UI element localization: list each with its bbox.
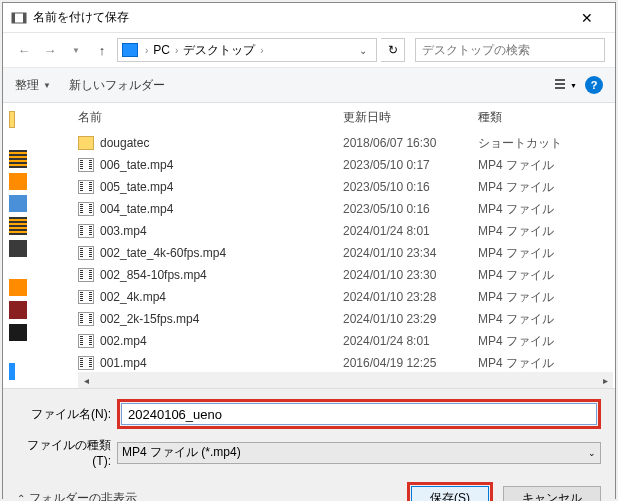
file-row[interactable]: 003.mp42024/01/24 8:01MP4 ファイル <box>78 220 615 242</box>
file-date: 2024/01/10 23:28 <box>343 290 478 304</box>
svg-rect-5 <box>555 87 565 89</box>
up-button[interactable]: ↑ <box>91 39 113 61</box>
file-row[interactable]: 002_2k-15fps.mp42024/01/10 23:29MP4 ファイル <box>78 308 615 330</box>
file-type: MP4 ファイル <box>478 333 588 350</box>
svg-rect-2 <box>23 13 26 23</box>
recent-dropdown[interactable]: ▼ <box>65 39 87 61</box>
file-name: 001.mp4 <box>100 356 147 370</box>
file-name: 004_tate.mp4 <box>100 202 173 216</box>
column-headers: 名前 更新日時 種類 <box>78 103 615 132</box>
app-icon <box>11 10 27 26</box>
file-date: 2024/01/10 23:34 <box>343 246 478 260</box>
file-name: 002_tate_4k-60fps.mp4 <box>100 246 226 260</box>
search-input[interactable] <box>416 43 604 57</box>
video-file-icon <box>78 180 94 194</box>
col-date[interactable]: 更新日時 <box>343 109 478 126</box>
file-name: 005_tate.mp4 <box>100 180 173 194</box>
file-type: MP4 ファイル <box>478 245 588 262</box>
video-file-icon <box>78 312 94 326</box>
organize-button[interactable]: 整理 <box>15 77 39 94</box>
file-name: 002_854-10fps.mp4 <box>100 268 207 282</box>
breadcrumb-pc[interactable]: PC <box>153 43 170 57</box>
file-date: 2024/01/10 23:30 <box>343 268 478 282</box>
file-type: MP4 ファイル <box>478 355 588 372</box>
sidebar-item[interactable] <box>9 150 27 167</box>
file-row[interactable]: 006_tate.mp42023/05/10 0:17MP4 ファイル <box>78 154 615 176</box>
sidebar-item[interactable] <box>9 363 15 380</box>
file-date: 2023/05/10 0:17 <box>343 158 478 172</box>
dialog-title: 名前を付けて保存 <box>33 9 567 26</box>
file-name: 002_2k-15fps.mp4 <box>100 312 199 326</box>
breadcrumb[interactable]: › PC › デスクトップ › ⌄ <box>117 38 377 62</box>
sidebar-item[interactable] <box>9 240 27 257</box>
search-box[interactable] <box>415 38 605 62</box>
file-list[interactable]: 名前 更新日時 種類 dougatec2018/06/07 16:30ショートカ… <box>48 103 615 388</box>
chevron-down-icon: ⌄ <box>588 448 596 458</box>
filename-input[interactable] <box>121 403 597 425</box>
file-row[interactable]: 002_tate_4k-60fps.mp42024/01/10 23:34MP4… <box>78 242 615 264</box>
back-button[interactable]: ← <box>13 39 35 61</box>
file-date: 2018/06/07 16:30 <box>343 136 478 150</box>
filetype-select[interactable]: MP4 ファイル (*.mp4) ⌄ <box>117 442 601 464</box>
breadcrumb-folder[interactable]: デスクトップ <box>183 42 255 59</box>
folder-icon <box>78 136 94 150</box>
file-row[interactable]: 001.mp42016/04/19 12:25MP4 ファイル <box>78 352 615 374</box>
scroll-left-icon[interactable]: ◂ <box>78 375 94 386</box>
video-file-icon <box>78 202 94 216</box>
toolbar: 整理 ▼ 新しいフォルダー ▼ ? <box>3 67 615 103</box>
file-row[interactable]: 002_854-10fps.mp42024/01/10 23:30MP4 ファイ… <box>78 264 615 286</box>
nav-row: ← → ▼ ↑ › PC › デスクトップ › ⌄ ↻ <box>3 33 615 67</box>
close-button[interactable]: ✕ <box>567 4 607 32</box>
chevron-right-icon: › <box>257 45 266 56</box>
horizontal-scrollbar[interactable]: ◂ ▸ <box>78 372 613 388</box>
file-row[interactable]: dougatec2018/06/07 16:30ショートカット <box>78 132 615 154</box>
new-folder-button[interactable]: 新しいフォルダー <box>69 77 165 94</box>
refresh-button[interactable]: ↻ <box>381 38 405 62</box>
video-file-icon <box>78 246 94 260</box>
file-row[interactable]: 005_tate.mp42023/05/10 0:16MP4 ファイル <box>78 176 615 198</box>
svg-rect-4 <box>555 83 565 85</box>
file-row[interactable]: 002.mp42024/01/24 8:01MP4 ファイル <box>78 330 615 352</box>
col-type[interactable]: 種類 <box>478 109 588 126</box>
sidebar-item[interactable] <box>9 324 27 341</box>
pc-icon <box>122 43 138 57</box>
forward-button[interactable]: → <box>39 39 61 61</box>
sidebar-item[interactable] <box>9 301 27 318</box>
view-options-button[interactable]: ▼ <box>555 74 577 96</box>
sidebar-item[interactable] <box>9 111 15 128</box>
scroll-right-icon[interactable]: ▸ <box>597 375 613 386</box>
file-date: 2023/05/10 0:16 <box>343 202 478 216</box>
file-name: dougatec <box>100 136 149 150</box>
sidebar-item[interactable] <box>9 173 27 190</box>
file-row[interactable]: 002_4k.mp42024/01/10 23:28MP4 ファイル <box>78 286 615 308</box>
file-type: MP4 ファイル <box>478 311 588 328</box>
filetype-label: ファイルの種類(T): <box>17 437 117 468</box>
video-file-icon <box>78 224 94 238</box>
save-highlight: 保存(S) ➤ <box>407 482 493 501</box>
help-button[interactable]: ? <box>585 76 603 94</box>
filetype-value: MP4 ファイル (*.mp4) <box>122 444 241 461</box>
video-file-icon <box>78 290 94 304</box>
file-row[interactable]: 004_tate.mp42023/05/10 0:16MP4 ファイル <box>78 198 615 220</box>
file-name: 002_4k.mp4 <box>100 290 166 304</box>
video-file-icon <box>78 158 94 172</box>
col-name[interactable]: 名前 <box>78 109 343 126</box>
hide-folders-toggle[interactable]: ⌃ フォルダーの非表示 <box>17 490 137 502</box>
file-date: 2023/05/10 0:16 <box>343 180 478 194</box>
sidebar-item[interactable] <box>9 279 27 296</box>
filename-highlight <box>117 399 601 429</box>
path-dropdown[interactable]: ⌄ <box>354 45 372 56</box>
chevron-down-icon: ▼ <box>43 81 51 90</box>
sidebar <box>3 103 48 388</box>
sidebar-item[interactable] <box>9 195 27 212</box>
titlebar: 名前を付けて保存 ✕ <box>3 3 615 33</box>
svg-rect-1 <box>12 13 15 23</box>
cancel-button[interactable]: キャンセル <box>503 486 601 501</box>
save-button[interactable]: 保存(S) <box>411 486 489 501</box>
save-dialog: 名前を付けて保存 ✕ ← → ▼ ↑ › PC › デスクトップ › ⌄ ↻ 整… <box>2 2 616 499</box>
chevron-up-icon: ⌃ <box>17 493 25 502</box>
chevron-right-icon: › <box>142 45 151 56</box>
sidebar-item[interactable] <box>9 217 27 234</box>
file-name: 006_tate.mp4 <box>100 158 173 172</box>
filename-label: ファイル名(N): <box>17 406 117 423</box>
